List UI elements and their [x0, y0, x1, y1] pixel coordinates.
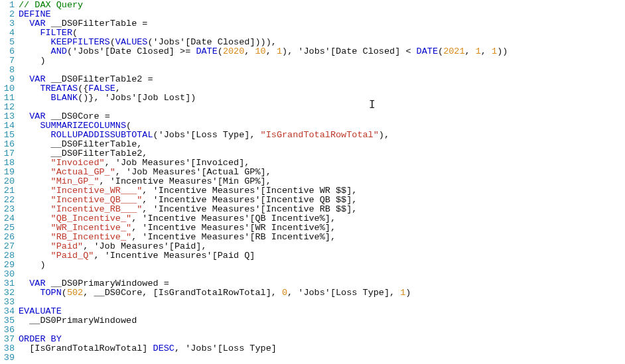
token-col: [WR Incentive%]: [249, 223, 330, 233]
token-redstr: "Incentive_QB___": [51, 195, 143, 205]
code-line[interactable]: __DS0FilterTable,: [19, 140, 625, 149]
token-punct: ),: [266, 37, 277, 47]
code-line[interactable]: TOPN(502, __DS0Core, [IsGrandTotalRowTot…: [19, 288, 625, 298]
token-ident: [19, 288, 40, 298]
code-line[interactable]: "WR_Incentive_", 'Incentive Measures'[WR…: [19, 223, 625, 233]
line-number: 34: [3, 307, 15, 316]
token-punct: ,: [83, 288, 94, 298]
token-redstr: "Incentive_WR___": [51, 186, 143, 196]
line-number: 25: [3, 223, 15, 233]
code-line[interactable]: "Actual_GP_", 'Job Measures'[Actual GP%]…: [19, 168, 625, 177]
code-line[interactable]: VAR __DS0FilterTable =: [19, 19, 625, 29]
token-col: [IsGrandTotalRowTotal]: [29, 343, 147, 353]
token-ident: [19, 232, 51, 242]
token-number: 10: [255, 46, 266, 56]
code-line[interactable]: "Min_GP_", 'Incentive Measures'[Min GP%]…: [19, 177, 625, 186]
code-line[interactable]: "Paid", 'Job Measures'[Paid],: [19, 242, 625, 251]
code-line[interactable]: [19, 326, 625, 335]
code-line[interactable]: // DAX Query: [19, 1, 625, 10]
line-number: 1: [3, 1, 15, 10]
token-punct: ,: [330, 223, 336, 233]
token-keyword: VAR: [29, 74, 45, 84]
token-punct: (: [147, 37, 153, 47]
code-line[interactable]: "Incentive_RB___", 'Incentive Measures'[…: [19, 205, 625, 214]
code-line[interactable]: BLANK()}, 'Jobs'[Job Lost]): [19, 93, 625, 103]
line-number: 23: [3, 205, 15, 214]
code-line[interactable]: ): [19, 56, 625, 66]
token-number: 1: [492, 46, 497, 56]
code-line[interactable]: [19, 353, 625, 363]
code-line[interactable]: [19, 103, 625, 112]
code-line[interactable]: AND('Jobs'[Date Closed] >= DATE(2020, 10…: [19, 47, 625, 56]
token-punct: ): [405, 288, 411, 298]
token-punct: ,: [266, 46, 277, 56]
code-line[interactable]: VAR __DS0Core =: [19, 112, 625, 121]
line-number: 36: [3, 326, 15, 335]
token-var: __DS0FilterTable: [51, 139, 137, 149]
token-redstr: "QB_Incentive_": [51, 213, 132, 223]
token-ident: 'Job Measures': [126, 167, 201, 177]
token-ident: [19, 251, 51, 261]
line-number: 16: [3, 140, 15, 149]
token-func: FILTER: [40, 28, 72, 38]
code-line[interactable]: VAR __DS0PrimaryWindowed =: [19, 279, 625, 288]
token-redstr: "Paid_Q": [51, 251, 94, 261]
code-area[interactable]: // DAX QueryDEFINE VAR __DS0FilterTable …: [19, 1, 625, 363]
code-line[interactable]: FILTER(: [19, 29, 625, 38]
code-line[interactable]: [19, 298, 625, 307]
code-line[interactable]: [19, 270, 625, 279]
code-line[interactable]: KEEPFILTERS(VALUES('Jobs'[Date Closed]))…: [19, 38, 625, 47]
token-punct: ,: [352, 186, 357, 196]
code-line[interactable]: TREATAS({FALSE,: [19, 84, 625, 93]
token-ident: [19, 241, 51, 251]
code-line[interactable]: ): [19, 261, 625, 270]
token-punct: ,: [201, 241, 206, 251]
code-line[interactable]: DEFINE: [19, 10, 625, 19]
code-line[interactable]: "Invoiced", 'Job Measures'[Invoiced],: [19, 158, 625, 168]
token-var: __DS0PrimaryWindowed: [29, 316, 137, 326]
line-number: 17: [3, 149, 15, 158]
code-line[interactable]: "RB_Incentive_", 'Incentive Measures'[RB…: [19, 233, 625, 242]
token-punct: ,: [142, 288, 153, 298]
code-line[interactable]: "Paid_Q", 'Incentive Measures'[Paid Q]: [19, 251, 625, 261]
token-func: KEEPFILTERS: [51, 37, 110, 47]
token-punct: ,: [115, 167, 126, 177]
token-col: [Invoiced]: [190, 158, 244, 168]
token-punct: ),: [379, 130, 389, 140]
code-line[interactable]: [19, 66, 625, 75]
code-line[interactable]: SUMMARIZECOLUMNS(: [19, 121, 625, 131]
token-punct: (: [67, 46, 72, 56]
code-line[interactable]: __DS0FilterTable2,: [19, 149, 625, 158]
token-punct: ,: [352, 195, 357, 205]
token-redstr: "Min_GP_": [51, 176, 100, 186]
token-ident: 'Incentive Measures': [153, 186, 261, 196]
line-number: 11: [3, 93, 15, 103]
code-line[interactable]: [IsGrandTotalRowTotal] DESC, 'Jobs'[Loss…: [19, 344, 625, 353]
code-line[interactable]: "QB_Incentive_", 'Incentive Measures'[QB…: [19, 214, 625, 223]
token-col: [Job Lost]: [137, 93, 190, 103]
line-number: 14: [3, 121, 15, 131]
token-col: [Paid]: [169, 241, 202, 251]
code-line[interactable]: __DS0PrimaryWindowed: [19, 316, 625, 326]
token-punct: (: [153, 130, 159, 140]
code-line[interactable]: VAR __DS0FilterTable2 =: [19, 75, 625, 84]
token-func: TREATAS: [40, 84, 78, 93]
code-line[interactable]: "Incentive_WR___", 'Incentive Measures'[…: [19, 186, 625, 196]
code-editor[interactable]: 1234567891011121314151617181920212223242…: [0, 0, 625, 363]
token-number: 502: [67, 288, 83, 298]
token-ident: 'Incentive Measures': [105, 251, 212, 261]
token-col: [Date Closed]: [330, 46, 400, 56]
token-punct: ,: [266, 167, 271, 177]
code-line[interactable]: ROLLUPADDISSUBTOTAL('Jobs'[Loss Type], "…: [19, 131, 625, 140]
token-col: [Loss Type]: [218, 343, 277, 353]
token-punct: (: [110, 37, 115, 47]
code-line[interactable]: "Incentive_QB___", 'Incentive Measures'[…: [19, 196, 625, 205]
token-punct: ,: [83, 241, 94, 251]
token-ident: [19, 93, 51, 103]
line-number: 35: [3, 316, 15, 326]
code-line[interactable]: EVALUATE: [19, 307, 625, 316]
line-number: 6: [3, 47, 15, 56]
token-func: AND: [51, 46, 67, 56]
code-line[interactable]: ORDER BY: [19, 335, 625, 344]
token-ident: 'Job Measures': [115, 158, 190, 168]
